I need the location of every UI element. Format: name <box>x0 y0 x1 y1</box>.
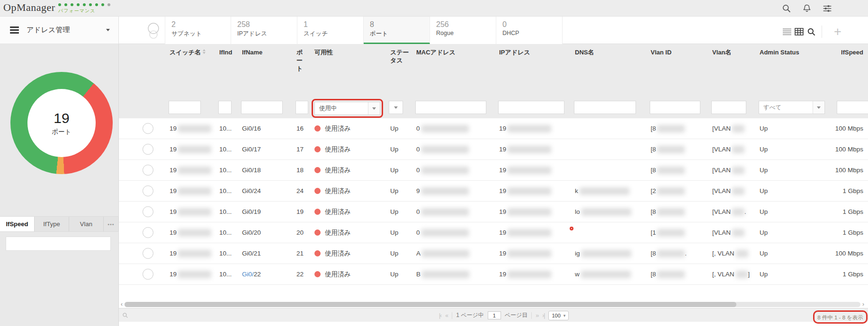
column-filter-input-2[interactable] <box>218 101 232 114</box>
summary-tab-IPアドレス[interactable]: 258IPアドレス <box>231 17 297 44</box>
filter-cell-3 <box>238 101 293 118</box>
ifname-cell: Gi0/21 <box>238 243 293 264</box>
column-header-7[interactable]: MACアドレス <box>412 44 495 101</box>
column-header-2[interactable]: IfInd <box>215 44 238 101</box>
column-header-12[interactable]: Admin Status <box>756 44 834 101</box>
tune-icon[interactable] <box>822 3 832 13</box>
column-header-13[interactable]: IfSpeed <box>834 44 868 101</box>
summary-tab-ポート[interactable]: 8ポート <box>364 17 430 44</box>
grid-view-icon[interactable] <box>794 27 804 36</box>
mac-address-cell: 0 <box>412 118 495 139</box>
summary-tab-DHCP[interactable]: 0DHCP <box>496 17 563 44</box>
row-radio-button[interactable] <box>143 144 153 155</box>
table-row: 1910...Gi0/2121使用済みUpA19ig[8 .[, VLANUp1… <box>119 243 868 264</box>
scrollbar-track[interactable] <box>125 302 860 307</box>
ifindex-cell: 10... <box>215 118 238 139</box>
column-header-5[interactable]: 可用性 <box>311 44 386 101</box>
ifspeed-cell: 1 Gbps <box>834 202 868 222</box>
redacted-text <box>178 208 211 216</box>
vlan-id-cell: [8 <box>647 160 708 180</box>
subnet-circles-icon[interactable] <box>146 22 161 41</box>
last-page-icon[interactable]: ›| <box>542 312 545 319</box>
column-filter-input-9[interactable] <box>574 101 636 114</box>
admin-status-cell: Up <box>756 202 834 222</box>
redacted-text <box>508 271 551 278</box>
ifname-link-part[interactable]: Gi0/ <box>242 271 254 278</box>
vlan-id-cell: [8 <box>647 202 708 222</box>
column-filter-input-4[interactable] <box>295 101 308 114</box>
row-radio-button[interactable] <box>143 227 153 238</box>
scrollbar-thumb[interactable] <box>125 302 736 307</box>
column-filter-input-11[interactable] <box>711 101 746 114</box>
column-header-3[interactable]: IfName <box>238 44 293 101</box>
row-select-cell <box>119 243 166 264</box>
availability-cell: 使用済み <box>311 181 386 201</box>
ports-table: スイッチ名IfIndIfNameポート可用性ステータスMACアドレスIPアドレス… <box>119 44 868 326</box>
page-number-input[interactable] <box>488 311 501 319</box>
column-header-9[interactable]: DNS名 <box>571 44 647 101</box>
list-view-icon[interactable] <box>782 27 792 36</box>
ifspeed-cell: 1 Gbps <box>834 222 868 243</box>
sidebar-tab-IfType[interactable]: IfType <box>35 217 69 231</box>
column-filter-input-3[interactable] <box>241 101 283 114</box>
row-select-cell <box>119 222 166 243</box>
row-radio-button[interactable] <box>143 269 153 280</box>
sidebar-tab-IfSpeed[interactable]: IfSpeed <box>0 217 35 231</box>
row-radio-button[interactable] <box>143 165 153 176</box>
bell-icon[interactable] <box>802 3 812 13</box>
records-highlight-box: 8 件中 1 - 8 を表示 <box>813 310 868 324</box>
row-radio-button[interactable] <box>143 123 153 134</box>
column-filter-input-7[interactable] <box>415 101 486 114</box>
availability-filter-dropdown[interactable]: 使用中 <box>314 102 380 115</box>
redacted-text <box>657 271 685 278</box>
column-header-6[interactable]: ステータス <box>386 44 412 101</box>
switch-name-cell: 19 <box>166 264 215 284</box>
column-header-4[interactable]: ポート <box>293 44 311 101</box>
redacted-text <box>657 250 685 257</box>
column-header-8[interactable]: IPアドレス <box>495 44 571 101</box>
column-filter-input-1[interactable] <box>169 101 201 114</box>
row-radio-button[interactable] <box>143 248 153 259</box>
column-filter-input-13[interactable] <box>837 101 868 114</box>
module-caret-icon[interactable] <box>106 29 110 31</box>
ifspeed-cell: 100 Mbps <box>834 139 868 159</box>
ifname-cell[interactable]: Gi0/22 <box>238 264 293 284</box>
summary-tab-Rogue[interactable]: 256Rogue <box>430 17 496 44</box>
redacted-text <box>736 271 748 278</box>
port-cell: 21 <box>293 243 311 264</box>
hamburger-menu-icon[interactable] <box>10 26 19 33</box>
column-header-11[interactable]: Vlan名 <box>708 44 756 101</box>
more-tabs-icon[interactable]: ••• <box>104 217 119 231</box>
module-title[interactable]: アドレス管理 <box>27 26 70 35</box>
redacted-text <box>421 187 469 195</box>
sidebar-filter-input[interactable] <box>6 237 111 251</box>
scroll-right-icon[interactable]: › <box>860 302 866 307</box>
first-page-icon[interactable]: |‹ <box>439 312 441 319</box>
admin-status-filter-dropdown[interactable]: すべて <box>759 101 825 114</box>
scroll-left-icon[interactable]: ‹ <box>119 302 125 307</box>
vlan-name-cell: [, VLAN ] <box>708 264 756 284</box>
redacted-text <box>732 167 744 174</box>
table-row: 1910...Gi0/2424使用済みUp919k[2[VLANUp1 Gbps <box>119 181 868 202</box>
page-size-select[interactable]: 100 ▾ <box>548 311 569 320</box>
pagination-search-icon[interactable] <box>122 312 128 320</box>
summary-tab-サブネット[interactable]: 2サブネット <box>165 17 231 44</box>
column-header-1[interactable]: スイッチ名 <box>166 44 215 101</box>
status-filter-dropdown[interactable] <box>389 101 403 114</box>
row-radio-button[interactable] <box>143 206 153 217</box>
pager-controls: |‹ ‹‹ 1 ページ中 ページ目 ›› ›| 100 ▾ <box>439 308 569 322</box>
search-icon[interactable] <box>781 3 791 13</box>
column-header-10[interactable]: Vlan ID <box>647 44 708 101</box>
summary-tab-スイッチ[interactable]: 1スイッチ <box>297 17 364 44</box>
topbar-icons <box>781 3 832 13</box>
column-filter-input-10[interactable] <box>650 101 700 114</box>
prev-page-icon[interactable]: ‹‹ <box>445 312 448 319</box>
row-radio-button[interactable] <box>143 185 153 196</box>
table-search-icon[interactable] <box>806 27 816 36</box>
next-page-icon[interactable]: ›› <box>536 312 538 319</box>
sidebar-tab-Vlan[interactable]: Vlan <box>69 217 104 231</box>
column-filter-input-8[interactable] <box>498 101 564 114</box>
summary-tab-count: 256 <box>436 20 496 29</box>
status-cell: Up <box>386 139 412 159</box>
add-icon[interactable]: + <box>834 27 841 36</box>
